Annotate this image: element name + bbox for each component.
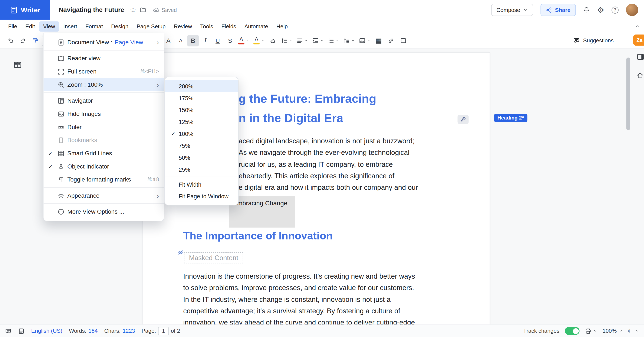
- suggestions-button[interactable]: Suggestions: [570, 37, 616, 44]
- quick-tools-button[interactable]: [458, 114, 468, 124]
- words-label: Words:: [69, 328, 86, 334]
- track-changes-toggle[interactable]: [565, 327, 580, 335]
- view-menu-item-appearance[interactable]: Appearance›: [44, 189, 164, 202]
- insert-fields-button[interactable]: [398, 35, 409, 46]
- menu-item-label: Fit Width: [179, 181, 202, 188]
- home-panel-button[interactable]: [634, 71, 644, 81]
- menu-view[interactable]: View: [39, 21, 59, 31]
- view-menu-item-document-view[interactable]: Document View :Page View›: [44, 36, 164, 49]
- status-bar: English (US) Words: 184 Chars: 1223 Page…: [0, 325, 644, 337]
- view-menu-item-object-indicator[interactable]: ✓Object Indicator: [44, 160, 164, 173]
- page-navigator-toggle[interactable]: [11, 60, 24, 70]
- menu-help[interactable]: Help: [272, 21, 292, 31]
- right-panel-toggle[interactable]: [634, 52, 644, 62]
- zoom-option-150[interactable]: 150%: [164, 104, 238, 116]
- share-button[interactable]: Share: [541, 4, 576, 16]
- menu-insert[interactable]: Insert: [59, 21, 81, 31]
- paragraph-spacing-button[interactable]: [342, 35, 356, 46]
- list-button[interactable]: [326, 35, 341, 46]
- menu-automate[interactable]: Automate: [240, 21, 272, 31]
- zoom-option-fit-width[interactable]: Fit Width: [164, 178, 238, 190]
- track-changes-label: Track changes: [523, 328, 560, 334]
- zoom-icon: [55, 81, 66, 88]
- zoom-option-125[interactable]: 125%: [164, 116, 238, 128]
- menu-item-label: 75%: [179, 142, 190, 149]
- image-caption: Embracing Change: [233, 200, 287, 207]
- menu-item-label: Full screen: [67, 68, 96, 75]
- zoom-option-200[interactable]: 200%: [164, 80, 238, 92]
- menu-tools[interactable]: Tools: [196, 21, 217, 31]
- view-menu-item-smart-grid-lines[interactable]: ✓Smart Grid Lines: [44, 146, 164, 160]
- view-menu-item-hide-images[interactable]: Hide Images: [44, 107, 164, 120]
- document-title[interactable]: Navigating the Future: [59, 6, 124, 14]
- bold-button[interactable]: B: [187, 35, 199, 46]
- zoom-control[interactable]: 100%: [602, 328, 622, 334]
- view-menu-item-zoom[interactable]: Zoom : 100%›: [44, 78, 164, 91]
- zoom-option-fit-page-to-window[interactable]: Fit Page to Window: [164, 190, 238, 202]
- view-menu-item-toggle-formatting-marks[interactable]: Toggle formatting marks⌘⇧8: [44, 173, 164, 186]
- image-placeholder[interactable]: Embracing Change: [229, 196, 295, 228]
- help-button[interactable]: ?: [612, 6, 619, 14]
- undo-button[interactable]: [5, 35, 16, 46]
- view-menu-item-more-view-options[interactable]: More View Options ...: [44, 205, 164, 218]
- collapse-ribbon-button[interactable]: [635, 24, 640, 29]
- menu-divider: [44, 187, 164, 188]
- view-menu-item-full-screen[interactable]: Full screen⌘<F11>: [44, 65, 164, 78]
- word-count[interactable]: Words: 184: [69, 328, 98, 334]
- view-menu-item-ruler[interactable]: Ruler: [44, 120, 164, 134]
- language-selector[interactable]: English (US): [31, 328, 62, 334]
- italic-button[interactable]: I: [200, 35, 211, 46]
- insert-link-button[interactable]: [385, 35, 397, 46]
- words-value: 184: [88, 328, 98, 334]
- view-menu-item-bookmarks[interactable]: Bookmarks: [44, 134, 164, 147]
- insert-image-button[interactable]: [357, 35, 372, 46]
- menu-item-label: Document View :: [67, 39, 112, 46]
- strikethrough-icon: S: [228, 37, 232, 44]
- zoom-option-175[interactable]: 175%: [164, 92, 238, 104]
- indent-button[interactable]: [310, 35, 325, 46]
- compose-button[interactable]: Compose: [491, 4, 533, 16]
- menu-format[interactable]: Format: [81, 21, 107, 31]
- settings-button[interactable]: ⚙: [597, 6, 604, 14]
- menu-design[interactable]: Design: [107, 21, 133, 31]
- print-icon: [585, 328, 592, 334]
- top-bar: Writer Navigating the Future ☆ Saved Com…: [0, 0, 644, 20]
- view-menu-item-navigator[interactable]: Navigator: [44, 94, 164, 107]
- clear-formatting-button[interactable]: [267, 35, 278, 46]
- user-avatar[interactable]: [626, 4, 638, 16]
- format-painter-button[interactable]: [30, 35, 41, 46]
- notifications-button[interactable]: [583, 6, 590, 13]
- appearance-control[interactable]: ☾: [628, 328, 639, 334]
- char-count[interactable]: Chars: 1223: [104, 328, 135, 334]
- menu-edit[interactable]: Edit: [21, 21, 39, 31]
- zoom-option-75[interactable]: 75%: [164, 140, 238, 152]
- line-spacing-button[interactable]: [279, 35, 294, 46]
- comments-button[interactable]: [5, 328, 12, 334]
- app-logo[interactable]: Writer: [0, 0, 50, 20]
- shrink-font-button[interactable]: A: [175, 35, 186, 46]
- highlight-color-button[interactable]: A: [252, 35, 266, 46]
- zoom-option-100[interactable]: ✓100%: [164, 128, 238, 140]
- page-number-input[interactable]: 1: [158, 327, 169, 335]
- align-button[interactable]: [295, 35, 310, 46]
- strikethrough-button[interactable]: S: [224, 35, 236, 46]
- menu-page-setup[interactable]: Page Setup: [132, 21, 170, 31]
- insert-table-button[interactable]: ▦: [373, 35, 384, 46]
- move-to-folder-button[interactable]: [138, 5, 148, 15]
- menu-review[interactable]: Review: [170, 21, 196, 31]
- proofing-button[interactable]: [18, 328, 25, 334]
- zoom-option-50[interactable]: 50%: [164, 152, 238, 164]
- zoom-option-25[interactable]: 25%: [164, 164, 238, 176]
- print-layout-control[interactable]: [585, 328, 597, 334]
- favorite-star-button[interactable]: ☆: [128, 5, 138, 15]
- vertical-scrollbar[interactable]: [626, 58, 630, 130]
- masked-content-box[interactable]: Masked Content: [184, 252, 243, 263]
- underline-button[interactable]: U: [212, 35, 224, 46]
- grow-font-button[interactable]: A: [163, 35, 174, 46]
- menu-fields[interactable]: Fields: [217, 21, 240, 31]
- zia-assistant-button[interactable]: Za: [633, 34, 644, 46]
- redo-button[interactable]: [17, 35, 29, 46]
- view-menu-item-reader-view[interactable]: Reader view: [44, 52, 164, 65]
- menu-file[interactable]: File: [4, 21, 21, 31]
- font-color-button[interactable]: A: [236, 35, 251, 46]
